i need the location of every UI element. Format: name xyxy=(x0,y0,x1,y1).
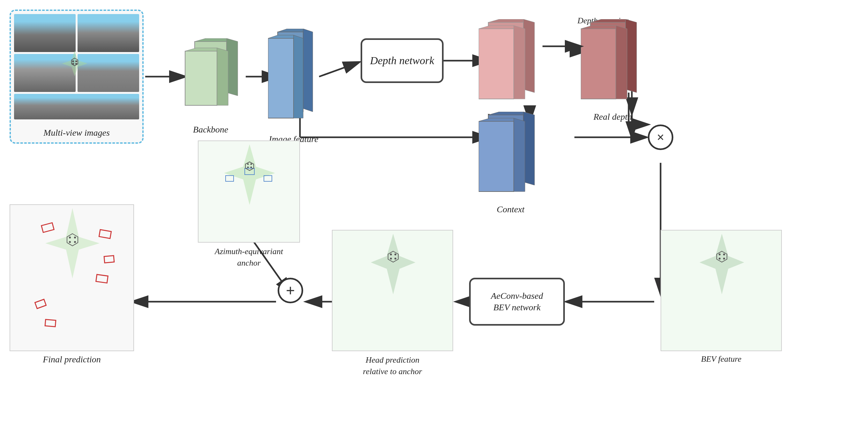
svg-point-81 xyxy=(69,241,71,243)
depth-network-box: Depth network xyxy=(361,38,443,83)
svg-rect-88 xyxy=(45,320,56,327)
svg-rect-83 xyxy=(41,223,54,232)
svg-marker-55 xyxy=(514,118,525,192)
head-prediction-label: Head predictionrelative to anchor xyxy=(332,354,453,378)
svg-rect-41 xyxy=(479,29,514,99)
svg-point-68 xyxy=(395,254,396,255)
svg-point-25 xyxy=(75,63,77,65)
aeconv-bev-box: AeConv-basedBEV network xyxy=(469,278,565,326)
svg-marker-42 xyxy=(479,26,514,29)
backbone-shape xyxy=(179,38,243,121)
svg-point-23 xyxy=(75,60,77,62)
svg-marker-30 xyxy=(185,48,217,51)
azimuth-anchor-box xyxy=(198,141,300,243)
svg-point-63 xyxy=(247,167,249,168)
svg-rect-35 xyxy=(268,38,293,118)
svg-point-76 xyxy=(723,258,725,260)
svg-point-73 xyxy=(719,254,720,255)
svg-marker-48 xyxy=(581,26,616,29)
context-shape xyxy=(479,112,542,201)
svg-rect-84 xyxy=(99,230,111,238)
cam-img-bottom-center xyxy=(14,94,139,119)
svg-rect-53 xyxy=(479,121,514,192)
cam-img-top-left xyxy=(14,14,75,52)
aeconv-bev-label: AeConv-basedBEV network xyxy=(491,290,543,314)
svg-point-64 xyxy=(250,167,252,168)
svg-marker-49 xyxy=(616,26,627,99)
svg-rect-87 xyxy=(35,299,46,309)
svg-marker-20 xyxy=(62,51,87,76)
image-feature-shape xyxy=(268,29,316,128)
svg-point-69 xyxy=(390,258,392,260)
final-prediction-icon xyxy=(10,205,135,345)
svg-rect-58 xyxy=(226,176,234,181)
head-prediction-box xyxy=(332,230,453,351)
svg-rect-47 xyxy=(581,29,616,99)
svg-marker-31 xyxy=(217,48,228,105)
svg-rect-86 xyxy=(96,274,108,283)
svg-point-22 xyxy=(72,60,74,62)
backbone-label: Backbone xyxy=(179,124,243,135)
svg-point-80 xyxy=(74,237,76,238)
depth-network-label: Depth network xyxy=(370,54,434,67)
plus-circle: + xyxy=(278,278,303,303)
cam-img-top-right xyxy=(78,14,139,52)
svg-marker-37 xyxy=(293,35,303,118)
svg-marker-39 xyxy=(488,19,523,22)
svg-marker-77 xyxy=(45,208,99,279)
svg-marker-43 xyxy=(514,26,525,99)
final-prediction-box xyxy=(9,204,134,351)
svg-point-67 xyxy=(390,254,392,255)
context-label: Context xyxy=(479,204,542,214)
multiview-label: Multi-view images xyxy=(43,128,110,138)
svg-point-61 xyxy=(247,164,249,165)
svg-marker-27 xyxy=(195,38,226,41)
azimuth-anchor-label: Azimuth-equivariantanchor xyxy=(198,246,300,269)
multiply-circle: × xyxy=(648,124,673,150)
svg-marker-65 xyxy=(371,234,415,294)
svg-marker-71 xyxy=(700,234,744,294)
bev-feature-box xyxy=(660,230,782,351)
svg-point-62 xyxy=(250,164,252,165)
virtual-depth-shape xyxy=(479,19,542,109)
real-depth-label: Real depth xyxy=(581,112,645,122)
bev-feature-label: BEV feature xyxy=(660,354,782,364)
svg-marker-51 xyxy=(488,112,523,115)
multiview-center-icon xyxy=(60,49,89,78)
multiview-images-box: Multi-view images xyxy=(9,9,144,144)
svg-rect-59 xyxy=(264,176,272,181)
svg-rect-85 xyxy=(104,256,114,263)
svg-marker-33 xyxy=(278,29,303,32)
svg-marker-36 xyxy=(268,35,293,38)
svg-rect-29 xyxy=(185,51,217,105)
svg-point-24 xyxy=(72,63,74,65)
bev-feature-icon xyxy=(661,231,782,345)
svg-point-74 xyxy=(723,254,725,255)
head-prediction-icon xyxy=(333,231,454,345)
svg-point-82 xyxy=(74,241,76,243)
svg-marker-45 xyxy=(590,19,625,22)
svg-marker-34 xyxy=(303,29,313,112)
azimuth-anchor-icon xyxy=(198,141,301,224)
svg-point-79 xyxy=(69,237,71,238)
svg-line-4 xyxy=(319,62,359,77)
svg-point-75 xyxy=(719,258,720,260)
real-depth-shape xyxy=(581,19,645,109)
final-prediction-label: Final prediction xyxy=(9,354,134,364)
diagram-container: Multi-view images Backbone Image feature… xyxy=(0,0,868,438)
svg-point-70 xyxy=(395,258,396,260)
svg-marker-54 xyxy=(479,118,514,121)
